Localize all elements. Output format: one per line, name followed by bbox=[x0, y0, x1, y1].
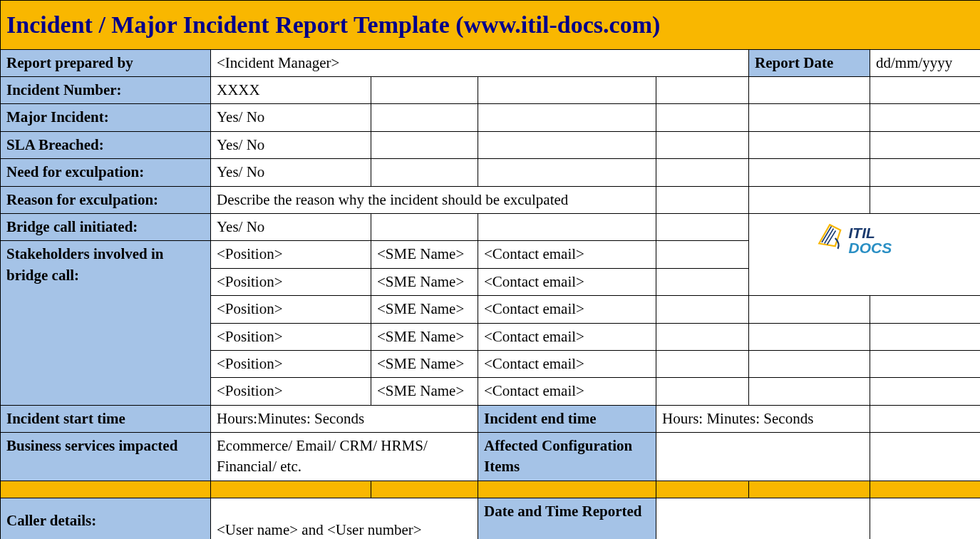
stakeholder-sme: <SME Name> bbox=[371, 350, 478, 377]
row-incident-number: Incident Number: XXXX bbox=[1, 76, 981, 103]
row-business-services: Business services impacted Ecommerce/ Em… bbox=[1, 433, 981, 481]
row-prepared-by: Report prepared by <Incident Manager> Re… bbox=[1, 49, 981, 76]
value-business-services: Ecommerce/ Email/ CRM/ HRMS/ Financial/ … bbox=[211, 433, 478, 481]
value-sla-breached: Yes/ No bbox=[211, 131, 371, 158]
value-incident-number: XXXX bbox=[211, 76, 371, 103]
value-incident-start: Hours:Minutes: Seconds bbox=[211, 405, 478, 432]
stakeholder-position: <Position> bbox=[211, 296, 371, 323]
label-need-exculpation: Need for exculpation: bbox=[1, 159, 211, 186]
label-incident-number: Incident Number: bbox=[1, 76, 211, 103]
label-prepared-by: Report prepared by bbox=[1, 49, 211, 76]
title-row: Incident / Major Incident Report Templat… bbox=[1, 1, 981, 50]
stakeholder-sme: <SME Name> bbox=[371, 296, 478, 323]
stakeholder-sme: <SME Name> bbox=[371, 241, 478, 268]
svg-text:DOCS: DOCS bbox=[849, 240, 892, 256]
stakeholder-email: <Contact email> bbox=[478, 323, 656, 350]
row-bridge-call: Bridge call initiated: Yes/ No ITIL DOCS bbox=[1, 213, 981, 240]
label-reason-exculpation: Reason for exculpation: bbox=[1, 186, 211, 213]
stakeholder-position: <Position> bbox=[211, 241, 371, 268]
value-report-date: dd/mm/yyyy bbox=[870, 49, 981, 76]
value-major-incident: Yes/ No bbox=[211, 104, 371, 131]
row-sla-breached: SLA Breached: Yes/ No bbox=[1, 131, 981, 158]
stakeholder-email: <Contact email> bbox=[478, 350, 656, 377]
value-prepared-by: <Incident Manager> bbox=[211, 49, 749, 76]
stakeholder-position: <Position> bbox=[211, 323, 371, 350]
label-bridge-call: Bridge call initiated: bbox=[1, 213, 211, 240]
stakeholder-position: <Position> bbox=[211, 350, 371, 377]
row-reason-exculpation: Reason for exculpation: Describe the rea… bbox=[1, 186, 981, 213]
value-bridge-call: Yes/ No bbox=[211, 213, 371, 240]
label-sla-breached: SLA Breached: bbox=[1, 131, 211, 158]
label-stakeholders: Stakeholders involved in bridge call: bbox=[1, 241, 211, 405]
row-caller-details: Caller details: <User name> and <User nu… bbox=[1, 498, 981, 539]
stakeholder-sme: <SME Name> bbox=[371, 323, 478, 350]
label-business-services: Business services impacted bbox=[1, 433, 211, 481]
label-incident-start: Incident start time bbox=[1, 405, 211, 432]
label-major-incident: Major Incident: bbox=[1, 104, 211, 131]
stakeholder-email: <Contact email> bbox=[478, 241, 656, 268]
stakeholder-email: <Contact email> bbox=[478, 296, 656, 323]
row-need-exculpation: Need for exculpation: Yes/ No bbox=[1, 159, 981, 186]
label-incident-end: Incident end time bbox=[478, 405, 656, 432]
stakeholder-email: <Contact email> bbox=[478, 268, 656, 295]
label-affected-ci: Affected Configuration Items bbox=[478, 433, 656, 481]
value-caller-details: <User name> and <User number> bbox=[211, 498, 478, 539]
stakeholder-sme: <SME Name> bbox=[371, 378, 478, 405]
value-incident-end: Hours: Minutes: Seconds bbox=[656, 405, 870, 432]
label-report-date: Report Date bbox=[749, 49, 870, 76]
page-title: Incident / Major Incident Report Templat… bbox=[1, 1, 981, 50]
incident-report-table: Incident / Major Incident Report Templat… bbox=[0, 0, 980, 539]
label-caller-details: Caller details: bbox=[1, 498, 211, 539]
stakeholder-position: <Position> bbox=[211, 268, 371, 295]
value-need-exculpation: Yes/ No bbox=[211, 159, 371, 186]
logo-cell: ITIL DOCS bbox=[749, 213, 981, 295]
label-datetime-reported: Date and Time Reported bbox=[478, 498, 656, 539]
value-reason-exculpation: Describe the reason why the incident sho… bbox=[211, 186, 656, 213]
divider-row bbox=[1, 481, 981, 498]
svg-text:ITIL: ITIL bbox=[849, 225, 875, 241]
row-incident-time: Incident start time Hours:Minutes: Secon… bbox=[1, 405, 981, 432]
row-major-incident: Major Incident: Yes/ No bbox=[1, 104, 981, 131]
stakeholder-email: <Contact email> bbox=[478, 378, 656, 405]
stakeholder-position: <Position> bbox=[211, 378, 371, 405]
itil-docs-logo-icon: ITIL DOCS bbox=[811, 217, 918, 260]
stakeholder-sme: <SME Name> bbox=[371, 268, 478, 295]
